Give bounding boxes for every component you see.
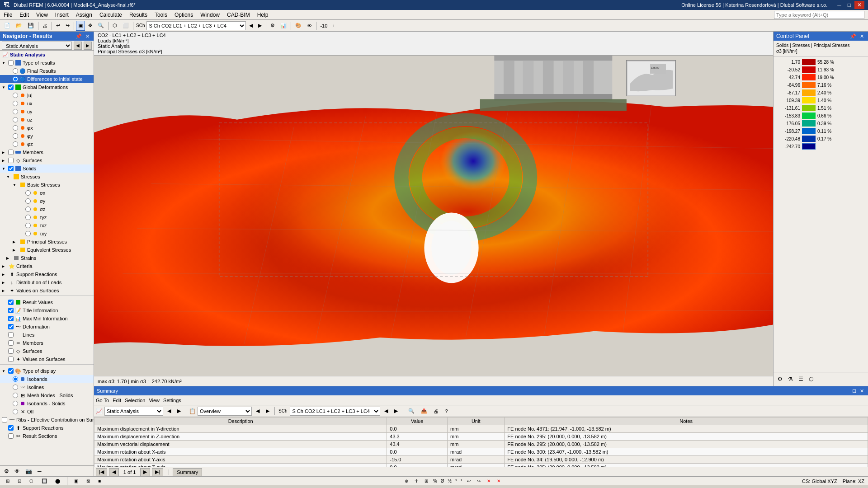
- tree-criteria[interactable]: ▶ ⭐ Criteria: [0, 262, 94, 270]
- cp-settings-button[interactable]: ⚙: [775, 374, 785, 384]
- summary-lc-prev-button[interactable]: ◀: [382, 406, 390, 416]
- radio-tauxy[interactable]: [25, 231, 31, 236]
- tree-type-display[interactable]: ▼ 🎨 Type of display: [0, 367, 94, 375]
- nav-visibility-button[interactable]: 👁: [12, 467, 22, 476]
- status-axis-btn[interactable]: ⊕: [402, 476, 410, 486]
- check-type-display[interactable]: [8, 368, 14, 374]
- expand-vals-surf[interactable]: ▶: [2, 289, 8, 293]
- save-button[interactable]: 💾: [25, 21, 36, 31]
- move-button[interactable]: ✥: [86, 21, 94, 31]
- nav-next-button[interactable]: ▶: [84, 42, 92, 50]
- tree-vals-surf2[interactable]: ✦ Values on Surfaces: [0, 355, 94, 363]
- nav-pin-button[interactable]: 📌: [74, 33, 83, 39]
- cp-close-button[interactable]: ✕: [859, 33, 865, 39]
- summary-goto[interactable]: Go To: [96, 398, 109, 403]
- status-btn3[interactable]: ⬡: [27, 476, 36, 486]
- tree-distrib-loads[interactable]: ▶ ↓ Distribution of Loads: [0, 278, 94, 286]
- summary-export-button[interactable]: 📤: [419, 406, 429, 416]
- status-btn5[interactable]: ⬤: [53, 476, 62, 486]
- tree-support-reactions2[interactable]: ⬆ Support Reactions: [0, 424, 94, 432]
- expand-equiv[interactable]: ▶: [13, 248, 19, 252]
- nav-line-button[interactable]: ─: [35, 467, 44, 476]
- undo-button[interactable]: ↩: [54, 21, 62, 31]
- tree-u[interactable]: |u|: [0, 91, 94, 99]
- new-button[interactable]: 📄: [2, 21, 13, 31]
- expand-support[interactable]: ▶: [2, 272, 8, 277]
- menu-tools[interactable]: Tools: [151, 10, 171, 19]
- summary-help-button[interactable]: ?: [443, 406, 450, 416]
- cp-list-button[interactable]: ☰: [796, 374, 806, 384]
- radio-off[interactable]: [13, 409, 18, 414]
- tree-surfaces[interactable]: ▶ ◇ Surfaces: [0, 156, 94, 164]
- summary-ov-prev-button[interactable]: ◀: [254, 406, 262, 416]
- cp-export-button[interactable]: ⬡: [807, 374, 816, 384]
- expand-strains[interactable]: ▶: [6, 256, 13, 260]
- expand-type-display[interactable]: ▼: [2, 369, 8, 373]
- tree-values-surfaces[interactable]: ▶ ✦ Values on Surfaces: [0, 286, 94, 295]
- tree-result-sections[interactable]: ✂ Result Sections: [0, 432, 94, 440]
- check-members[interactable]: [8, 150, 14, 155]
- tree-phiz[interactable]: φz: [0, 140, 94, 148]
- tree-sigy[interactable]: σy: [0, 197, 94, 205]
- menu-file[interactable]: File: [0, 10, 16, 19]
- display-button[interactable]: 👁: [305, 21, 314, 31]
- tree-maxmin-info[interactable]: 📊 Max Min Information: [0, 314, 94, 323]
- tree-tauxz[interactable]: τxz: [0, 221, 94, 230]
- check-members2[interactable]: [8, 340, 14, 346]
- check-solids[interactable]: [8, 166, 14, 171]
- summary-selection[interactable]: Selection: [125, 398, 145, 403]
- view2d-button[interactable]: ⬜: [120, 21, 131, 31]
- radio-uy[interactable]: [13, 109, 18, 114]
- check-ribs[interactable]: [2, 417, 7, 422]
- expand-basic-stresses[interactable]: ▼: [13, 183, 19, 187]
- tree-ribs[interactable]: 〰 Ribs - Effective Contribution on Surfa…: [0, 416, 94, 424]
- table-row[interactable]: Maximum vectorial displacement43.4mmFE n…: [94, 441, 868, 448]
- tree-ux[interactable]: ux: [0, 99, 94, 108]
- menu-results[interactable]: Results: [126, 10, 151, 19]
- close-button[interactable]: ✕: [854, 1, 864, 9]
- tree-members[interactable]: ▶ Members: [0, 148, 94, 156]
- summary-tab-label[interactable]: Summary: [173, 468, 202, 476]
- summary-view[interactable]: View: [149, 398, 160, 403]
- summary-expand-button[interactable]: ⊟: [851, 388, 858, 394]
- check-result-values[interactable]: [8, 300, 14, 305]
- select-button[interactable]: ▣: [76, 21, 85, 31]
- tree-uz[interactable]: uz: [0, 116, 94, 124]
- radio-phiy[interactable]: [13, 133, 18, 139]
- status-btn4[interactable]: 🔲: [39, 476, 49, 486]
- check-type-results[interactable]: [8, 60, 14, 66]
- status-btn2[interactable]: ⊡: [15, 476, 24, 486]
- menu-cadbim[interactable]: CAD-BIM: [223, 10, 254, 19]
- tree-off[interactable]: ✕ Off: [0, 408, 94, 416]
- check-lines[interactable]: [8, 332, 14, 338]
- summary-settings[interactable]: Settings: [163, 398, 181, 403]
- open-button[interactable]: 📂: [14, 21, 24, 31]
- status-solid-btn[interactable]: ■: [96, 476, 103, 486]
- tree-tauxy[interactable]: τxy: [0, 230, 94, 238]
- tree-members2[interactable]: ━ Members: [0, 339, 94, 347]
- nav-analysis-select[interactable]: Static Analysis: [2, 42, 72, 50]
- radio-uz[interactable]: [13, 117, 18, 122]
- check-result-sections[interactable]: [8, 433, 14, 439]
- check-surfaces2[interactable]: [8, 348, 14, 354]
- tree-isobands-solids[interactable]: Isobands - Solids: [0, 399, 94, 408]
- tree-type-results[interactable]: ▼ Type of results: [0, 59, 94, 67]
- summary-analysis-select[interactable]: Static Analysis: [104, 407, 163, 416]
- tree-lines[interactable]: ─ Lines: [0, 331, 94, 339]
- radio-u[interactable]: [13, 93, 18, 98]
- tree-basic-stresses[interactable]: ▼ Basic Stresses: [0, 181, 94, 189]
- search-input[interactable]: [774, 11, 864, 19]
- check-global-def[interactable]: [8, 84, 14, 90]
- menu-window[interactable]: Window: [197, 10, 223, 19]
- tree-result-values[interactable]: Result Values: [0, 298, 94, 306]
- nav-camera-button[interactable]: 📷: [23, 467, 34, 476]
- radio-isolines[interactable]: [13, 385, 18, 390]
- expand-surfaces[interactable]: ▶: [2, 159, 8, 163]
- tree-isolines[interactable]: 〰 Isolines: [0, 383, 94, 391]
- tree-principal-stresses[interactable]: ▶ Principal Stresses: [0, 238, 94, 246]
- render-button[interactable]: 🎨: [293, 21, 304, 31]
- zoom-out-button[interactable]: −: [339, 21, 346, 31]
- tree-final-results[interactable]: 🔵 Final Results: [0, 67, 94, 75]
- radio-sigy[interactable]: [25, 198, 31, 204]
- radio-sigx[interactable]: [25, 190, 31, 196]
